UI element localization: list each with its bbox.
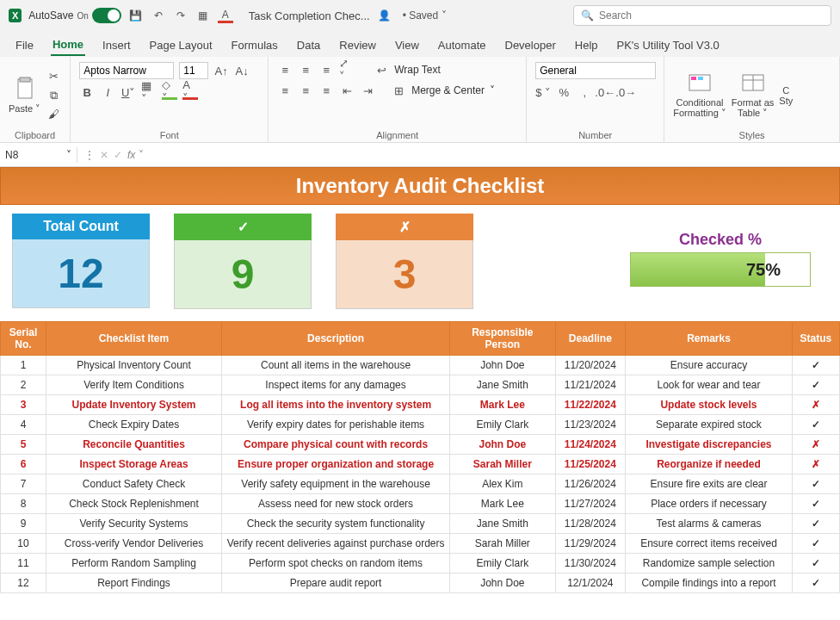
decrease-font-icon[interactable]: A↓ — [234, 63, 250, 78]
table-cell[interactable]: 12/1/2024 — [555, 574, 626, 593]
table-cell[interactable]: Prepare audit report — [222, 574, 450, 593]
font-color-icon[interactable]: A ˅ — [182, 84, 198, 100]
search-input[interactable]: 🔍 Search — [573, 5, 831, 26]
table-cell[interactable]: Assess need for new stock orders — [222, 494, 450, 514]
table-cell[interactable]: Sarah Miller — [450, 534, 555, 554]
bold-icon[interactable]: B — [79, 84, 95, 100]
table-cell[interactable]: 11/30/2024 — [555, 554, 626, 574]
save-icon[interactable]: 💾 — [128, 8, 144, 23]
column-header[interactable]: Deadline — [555, 322, 626, 356]
indent-increase-icon[interactable]: ⇥ — [360, 83, 375, 98]
table-cell[interactable]: Update stock levels — [626, 395, 793, 415]
table-cell[interactable]: Mark Lee — [450, 494, 555, 514]
formula-input[interactable] — [151, 147, 840, 163]
table-cell[interactable]: Check Expiry Dates — [46, 415, 222, 435]
format-painter-icon[interactable]: 🖌 — [46, 107, 61, 122]
column-header[interactable]: Responsible Person — [450, 322, 555, 356]
status-cell[interactable]: ✓ — [792, 375, 839, 395]
table-row[interactable]: 3Update Inventory SystemLog all items in… — [1, 395, 840, 415]
status-cell[interactable]: ✗ — [792, 435, 839, 455]
paste-button[interactable]: Paste ˅ — [9, 76, 40, 115]
status-cell[interactable]: ✓ — [792, 415, 839, 435]
table-cell[interactable]: Verify Security Systems — [46, 514, 222, 534]
table-cell[interactable]: Verify Item Conditions — [46, 375, 222, 395]
conditional-formatting-button[interactable]: Conditional Formatting ˅ — [673, 71, 726, 119]
table-cell[interactable]: 4 — [1, 415, 46, 435]
table-cell[interactable]: Ensure accuracy — [626, 356, 793, 375]
column-header[interactable]: Description — [222, 322, 450, 356]
copy-icon[interactable]: ⧉ — [46, 88, 61, 103]
table-cell[interactable]: Log all items into the inventory system — [222, 395, 450, 415]
table-cell[interactable]: Check the security system functionality — [222, 514, 450, 534]
tab-formulas[interactable]: Formulas — [230, 35, 280, 55]
table-cell[interactable]: Inspect items for any damages — [222, 375, 450, 395]
share-icon[interactable]: 👤 — [377, 8, 392, 23]
table-cell[interactable]: 3 — [1, 395, 46, 415]
tab-automate[interactable]: Automate — [436, 35, 488, 55]
underline-icon[interactable]: U ˅ — [120, 84, 136, 100]
undo-icon[interactable]: ↶ — [151, 8, 166, 23]
dropdown-icon[interactable]: ⋮ — [84, 149, 95, 161]
table-cell[interactable]: Ensure proper organization and storage — [222, 455, 450, 474]
percent-icon[interactable]: % — [556, 84, 571, 100]
align-center-icon[interactable]: ≡ — [298, 83, 313, 98]
table-cell[interactable]: Jane Smith — [450, 375, 555, 395]
table-cell[interactable]: 2 — [1, 375, 46, 395]
table-cell[interactable]: Mark Lee — [450, 395, 555, 415]
align-top-icon[interactable]: ≡ — [277, 62, 293, 78]
table-cell[interactable]: Alex Kim — [450, 474, 555, 494]
table-cell[interactable]: Verify expiry dates for perishable items — [222, 415, 450, 435]
table-cell[interactable]: Report Findings — [46, 574, 222, 593]
table-cell[interactable]: Reconcile Quantities — [46, 435, 222, 455]
wrap-text-label[interactable]: Wrap Text — [394, 64, 441, 76]
saved-label[interactable]: • Saved ˅ — [403, 9, 447, 22]
status-cell[interactable]: ✓ — [792, 534, 839, 554]
table-row[interactable]: 4Check Expiry DatesVerify expiry dates f… — [1, 415, 840, 435]
table-cell[interactable]: Reorganize if needed — [626, 455, 793, 474]
table-cell[interactable]: Inspect Storage Areas — [46, 455, 222, 474]
table-cell[interactable]: 5 — [1, 435, 46, 455]
tab-page-layout[interactable]: Page Layout — [148, 35, 214, 55]
table-cell[interactable]: John Doe — [450, 435, 555, 455]
table-cell[interactable]: 11/28/2024 — [555, 514, 626, 534]
column-header[interactable]: Checklist Item — [46, 322, 222, 356]
tab-help[interactable]: Help — [573, 35, 600, 55]
tab-review[interactable]: Review — [337, 35, 378, 55]
italic-icon[interactable]: I — [100, 84, 115, 100]
align-left-icon[interactable]: ≡ — [277, 83, 293, 98]
table-cell[interactable]: Emily Clark — [450, 415, 555, 435]
table-cell[interactable]: Jane Smith — [450, 514, 555, 534]
table-cell[interactable]: 6 — [1, 455, 46, 474]
table-cell[interactable]: Cross-verify Vendor Deliveries — [46, 534, 222, 554]
indent-decrease-icon[interactable]: ⇤ — [339, 83, 355, 98]
column-header[interactable]: Status — [792, 322, 839, 356]
table-cell[interactable]: Look for wear and tear — [626, 375, 793, 395]
toggle-switch-icon[interactable] — [92, 8, 121, 23]
font-color-icon[interactable]: A — [218, 8, 233, 23]
format-as-table-button[interactable]: Format as Table ˅ — [732, 71, 775, 119]
fx-icon[interactable]: fx ˅ — [127, 149, 144, 161]
table-cell[interactable]: 11/25/2024 — [555, 455, 626, 474]
increase-font-icon[interactable]: A↑ — [213, 63, 229, 78]
table-cell[interactable]: Update Inventory System — [46, 395, 222, 415]
merge-label[interactable]: Merge & Center — [411, 84, 485, 96]
tab-view[interactable]: View — [393, 35, 421, 55]
number-format-select[interactable] — [535, 62, 656, 79]
orientation-icon[interactable]: ⤢ ˅ — [339, 62, 355, 78]
table-cell[interactable]: Conduct Safety Check — [46, 474, 222, 494]
status-cell[interactable]: ✗ — [792, 455, 839, 474]
table-cell[interactable]: Physical Inventory Count — [46, 356, 222, 375]
table-row[interactable]: 1Physical Inventory CountCount all items… — [1, 356, 840, 375]
status-cell[interactable]: ✗ — [792, 395, 839, 415]
table-cell[interactable]: 11 — [1, 554, 46, 574]
table-cell[interactable]: 11/24/2024 — [555, 435, 626, 455]
table-row[interactable]: 2Verify Item ConditionsInspect items for… — [1, 375, 840, 395]
table-cell[interactable]: Compile findings into a report — [626, 574, 793, 593]
table-cell[interactable]: Randomize sample selection — [626, 554, 793, 574]
status-cell[interactable]: ✓ — [792, 514, 839, 534]
chevron-down-icon[interactable]: ˅ — [66, 149, 71, 161]
table-cell[interactable]: Sarah Miller — [450, 455, 555, 474]
table-row[interactable]: 8Check Stock ReplenishmentAssess need fo… — [1, 494, 840, 514]
table-cell[interactable]: Perform Random Sampling — [46, 554, 222, 574]
table-cell[interactable]: Count all items in the warehouse — [222, 356, 450, 375]
